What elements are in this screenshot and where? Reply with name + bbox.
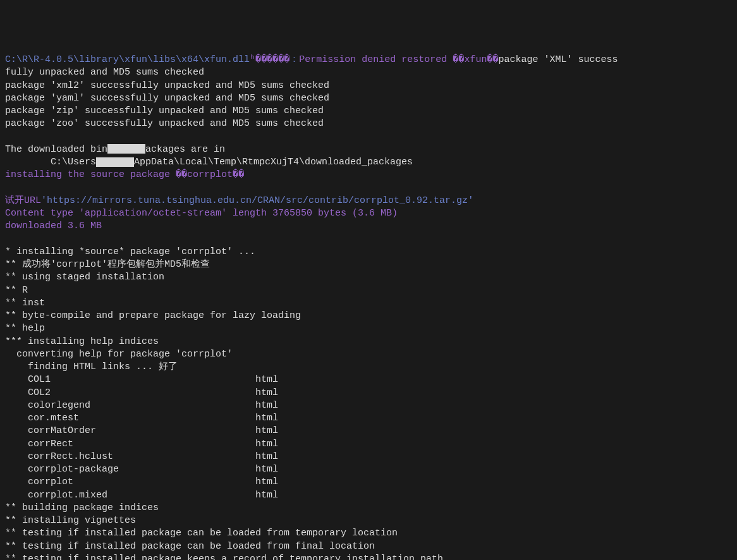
html-item: COL2 html [5, 387, 278, 398]
install-line: ** help [5, 323, 45, 334]
install-line: ** 成功将'corrplot'程序包解包并MD5和检查 [5, 259, 210, 270]
install-line: ** inst [5, 298, 45, 308]
install-line: converting help for package 'corrplot' [5, 349, 233, 360]
binary-path2: AppData\Local\Temp\RtmpcXujT4\downloaded… [134, 157, 413, 167]
redacted-block [107, 144, 145, 154]
html-item: corrplot.mixed html [5, 490, 278, 501]
xml-text: package 'XML' success [498, 54, 618, 65]
html-item: corrplot-package html [5, 464, 278, 475]
checked-xml2: package 'xml2' successfully unpacked and… [5, 80, 329, 91]
html-item: cor.mtest html [5, 413, 278, 423]
install-line: finding HTML links ... 好了 [5, 362, 178, 372]
content-type: Content type 'application/octet-stream' … [5, 208, 398, 219]
finish-line: ** testing if installed package keeps a … [5, 554, 443, 560]
install-line: ** R [5, 285, 28, 296]
redacted-block [96, 157, 134, 167]
permission-text: Permission denied restored [299, 54, 453, 65]
binary-msg2: ackages are in [145, 144, 225, 155]
glyph-text: ʰ������ [250, 54, 289, 65]
html-item: corrMatOrder html [5, 425, 278, 436]
colon-text: ： [289, 54, 299, 65]
download-url: 'https://mirrors.tuna.tsinghua.edu.cn/CR… [41, 195, 473, 206]
path-text: C:\R\R-4.0.5\library\xfun\libs\x64\xfun.… [5, 54, 250, 65]
install-line: *** installing help indices [5, 336, 159, 347]
html-item: corrplot html [5, 477, 278, 487]
binary-msg1: The downloaded bin [5, 144, 107, 155]
install-line: * installing *source* package 'corrplot'… [5, 247, 255, 257]
html-item: corrRect html [5, 439, 278, 449]
install-line: ** byte-compile and prepare package for … [5, 310, 301, 321]
checked-zoo: package 'zoo' successfully unpacked and … [5, 118, 324, 129]
finish-line: ** building package indices [5, 502, 159, 513]
binary-path1: C:\Users [5, 157, 96, 167]
try-url-label: 试开URL [5, 195, 41, 206]
html-item: COL1 html [5, 374, 278, 385]
console-output: C:\R\R-4.0.5\library\xfun\libs\x64\xfun.… [5, 54, 732, 560]
html-item: corrRect.hclust html [5, 451, 278, 462]
downloaded-size: downloaded 3.6 MB [5, 221, 102, 231]
finish-line: ** testing if installed package can be l… [5, 541, 375, 552]
finish-line: ** testing if installed package can be l… [5, 528, 398, 539]
xfun-text: ��xfun�� [453, 54, 498, 65]
installing-source: installing the source package ��corrplot… [5, 169, 244, 180]
checked-zip: package 'zip' successfully unpacked and … [5, 106, 324, 116]
checked-continue: fully unpacked and MD5 sums checked [5, 67, 204, 78]
finish-line: ** installing vignettes [5, 515, 136, 526]
install-line: ** using staged installation [5, 272, 164, 283]
checked-yaml: package 'yaml' successfully unpacked and… [5, 93, 329, 104]
html-item: colorlegend html [5, 400, 278, 411]
